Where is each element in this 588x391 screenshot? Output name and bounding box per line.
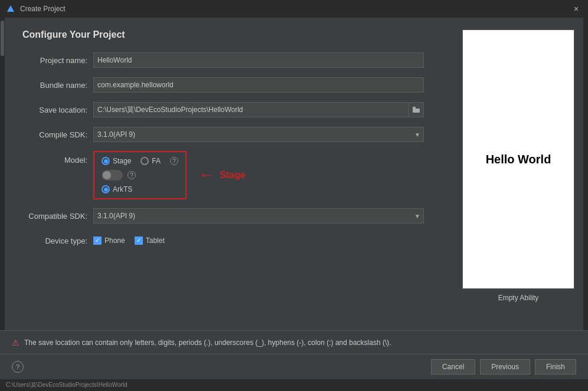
super-visual-help-icon[interactable]: ? — [128, 171, 136, 179]
compatible-sdk-label: Compatible SDK: — [22, 212, 93, 221]
bundle-name-row: Bundle name: — [22, 77, 442, 93]
bottom-hint-bar: C:\Users\莫\DevEcoStudioProjects\HelloWor… — [0, 379, 588, 391]
warning-message: The save location can contain only lette… — [24, 339, 391, 347]
model-help-icon[interactable]: ? — [170, 157, 178, 165]
device-type-group: ✓ Phone ✓ Tablet — [93, 236, 165, 245]
model-stage-radio-inner — [104, 159, 108, 163]
footer-help-icon[interactable]: ? — [12, 361, 24, 373]
preview-panel: Hello World Empty Ability — [453, 18, 583, 330]
model-highlight-box: Stage FA ? — [93, 151, 187, 199]
section-heading: Configure Your Project — [22, 29, 442, 40]
preview-frame: Hello World — [462, 29, 574, 289]
language-radio-group: ArkTS — [102, 185, 178, 193]
title-bar: Create Project × — [0, 0, 588, 18]
svg-marker-0 — [7, 5, 14, 12]
project-name-row: Project name: — [22, 52, 442, 68]
project-name-label: Project name: — [22, 56, 93, 65]
stage-annotation-label: Stage — [220, 170, 246, 180]
red-arrow-icon: ← — [198, 167, 215, 183]
model-label: Model: — [22, 151, 93, 165]
compatible-sdk-select[interactable]: 3.1.0(API 9) — [93, 208, 424, 224]
left-scrollbar — [0, 18, 5, 330]
language-arkts-radio[interactable] — [102, 185, 110, 193]
warning-bar: ⚠ The save location can contain only let… — [0, 330, 588, 354]
finish-button[interactable]: Finish — [535, 359, 576, 374]
stage-annotation: ← Stage — [198, 167, 246, 183]
device-tablet-label: Tablet — [146, 236, 165, 245]
app-icon — [6, 4, 15, 14]
warning-icon: ⚠ — [12, 338, 19, 347]
form-area: Configure Your Project Project name: Bun… — [5, 18, 453, 330]
bundle-name-input[interactable] — [93, 77, 424, 93]
device-type-row: Device type: ✓ Phone ✓ Tablet — [22, 232, 442, 249]
model-stage-option[interactable]: Stage — [102, 157, 131, 165]
svg-rect-2 — [413, 107, 416, 109]
hint-text: C:\Users\莫\DevEcoStudioProjects\HelloWor… — [6, 381, 127, 389]
model-fa-option[interactable]: FA — [141, 157, 161, 165]
model-fa-label: FA — [152, 157, 161, 165]
preview-caption: Empty Ability — [462, 294, 574, 302]
device-tablet-checkbox[interactable]: ✓ — [135, 236, 143, 245]
language-arkts-option[interactable]: ArkTS — [102, 185, 132, 193]
close-button[interactable]: × — [570, 3, 582, 15]
compile-sdk-row: Compile SDK: 3.1.0(API 9) ▼ — [22, 126, 442, 143]
footer-buttons: Cancel Previous Finish — [431, 359, 576, 374]
save-location-row: Save location: — [22, 101, 442, 118]
previous-button[interactable]: Previous — [480, 359, 530, 374]
model-stage-radio[interactable] — [102, 157, 110, 165]
device-phone-check-icon: ✓ — [95, 238, 100, 244]
compile-sdk-select[interactable]: 3.1.0(API 9) — [93, 127, 424, 142]
compile-sdk-select-wrapper: 3.1.0(API 9) ▼ — [93, 127, 424, 142]
language-arkts-radio-inner — [104, 188, 108, 192]
browse-folder-button[interactable] — [409, 102, 424, 117]
dialog-footer: ? Cancel Previous Finish — [0, 354, 588, 379]
device-phone-checkbox[interactable]: ✓ — [93, 236, 102, 245]
title-bar-text: Create Project — [20, 5, 570, 13]
enable-super-visual-toggle[interactable] — [102, 170, 123, 180]
enable-super-visual-row: ? — [102, 170, 178, 180]
device-tablet-option[interactable]: ✓ Tablet — [135, 236, 165, 245]
save-location-input[interactable] — [93, 102, 409, 117]
compatible-sdk-select-wrapper: 3.1.0(API 9) ▼ — [93, 208, 424, 224]
device-phone-option[interactable]: ✓ Phone — [93, 236, 125, 245]
language-arkts-label: ArkTS — [113, 185, 132, 193]
toggle-thumb — [103, 171, 111, 179]
compatible-sdk-row: Compatible SDK: 3.1.0(API 9) ▼ — [22, 208, 442, 224]
model-stage-label: Stage — [113, 157, 131, 165]
save-location-input-group — [93, 102, 424, 117]
cancel-button[interactable]: Cancel — [431, 359, 475, 374]
compile-sdk-label: Compile SDK: — [22, 130, 93, 139]
save-location-label: Save location: — [22, 106, 93, 114]
preview-hello-world: Hello World — [486, 153, 551, 166]
model-radio-group: Stage FA ? — [102, 157, 178, 165]
model-row: Model: Stage — [22, 151, 442, 199]
device-type-label: Device type: — [22, 236, 93, 245]
scrollbar-thumb — [1, 21, 4, 56]
right-edge-scrollbar — [583, 18, 588, 330]
svg-rect-1 — [413, 109, 420, 113]
model-fa-radio[interactable] — [141, 157, 149, 165]
device-phone-label: Phone — [104, 236, 125, 245]
bundle-name-label: Bundle name: — [22, 81, 93, 90]
project-name-input[interactable] — [93, 52, 424, 68]
device-tablet-check-icon: ✓ — [136, 238, 141, 244]
